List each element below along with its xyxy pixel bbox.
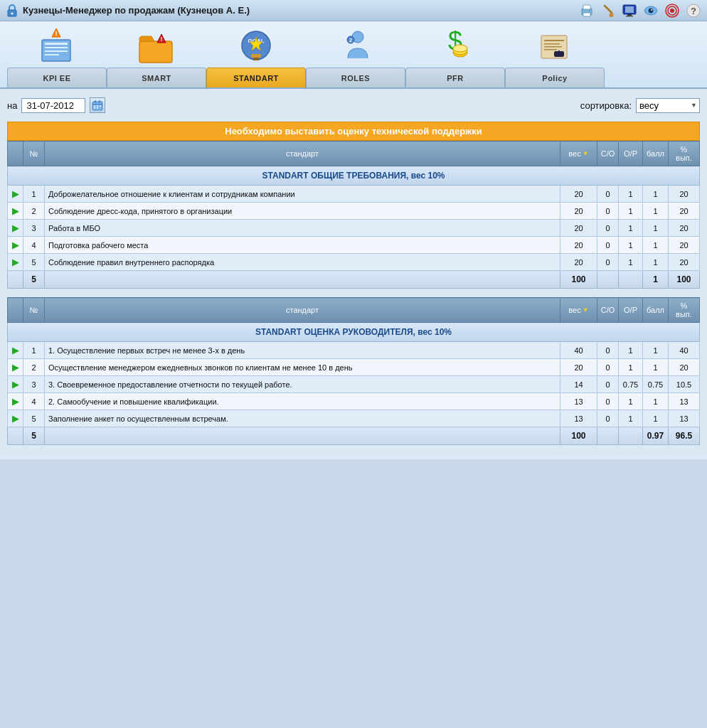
row3-ves: 20 <box>560 220 597 237</box>
t2-row3-no: 3 <box>23 376 45 393</box>
tab-smart[interactable]: SMART <box>107 68 206 87</box>
tab-kpi[interactable]: KPI ЕЕ <box>7 68 107 87</box>
svg-rect-22 <box>45 47 68 48</box>
sort-select[interactable]: весу номеру оценке <box>636 98 700 113</box>
play-btn-3[interactable]: ▶ <box>8 220 23 237</box>
row4-ves: 20 <box>560 237 597 254</box>
t2-row1-standart: 1. Осуществление первых встреч не менее … <box>45 342 560 359</box>
svg-rect-24 <box>45 54 59 55</box>
person2-icon: 2 <box>334 26 377 65</box>
th2-no: № <box>23 298 45 323</box>
svg-rect-50 <box>92 104 102 105</box>
t2-row2-orp: 1 <box>619 359 643 376</box>
th2-standart: стандарт <box>45 298 560 323</box>
nav-icons-row: ! ! GOAL <box>7 26 700 65</box>
t2-row2-no: 2 <box>23 359 45 376</box>
play-btn-5[interactable]: ▶ <box>8 254 23 271</box>
t2-row3-vyp: 10.5 <box>669 376 700 393</box>
t2-row1-no: 1 <box>23 342 45 359</box>
t2-play-btn-3[interactable]: ▶ <box>8 376 23 393</box>
ves-sort-icon: ▼ <box>583 150 589 157</box>
row5-orp: 1 <box>619 254 643 271</box>
play-btn-4[interactable]: ▶ <box>8 237 23 254</box>
summary1-empty <box>8 271 23 289</box>
svg-rect-44 <box>544 43 560 45</box>
summary2-vyp: 96.5 <box>669 427 700 445</box>
row4-co: 0 <box>597 237 619 254</box>
date-input[interactable] <box>21 98 85 113</box>
row5-ves: 20 <box>560 254 597 271</box>
nav-icon-pfr[interactable]: $ <box>405 26 505 65</box>
nav-icon-roles[interactable]: 2 <box>306 26 405 65</box>
summary2-count: 5 <box>23 427 45 445</box>
row4-no: 4 <box>23 237 45 254</box>
nav-icon-policy[interactable] <box>505 26 605 65</box>
play-btn-2[interactable]: ▶ <box>8 203 23 220</box>
eye-icon[interactable] <box>643 3 659 18</box>
t2-row2-ves: 20 <box>560 359 597 376</box>
t2-play-btn-1[interactable]: ▶ <box>8 342 23 359</box>
nav-icon-smart[interactable]: ! <box>107 26 206 65</box>
th2-ves[interactable]: вес ▼ <box>560 298 597 323</box>
svg-rect-45 <box>544 46 562 48</box>
row1-ball: 1 <box>643 186 669 203</box>
t2-row2-vyp: 20 <box>669 359 700 376</box>
t2-play-btn-4[interactable]: ▶ <box>8 393 23 410</box>
goal-star-icon: GOAL <box>235 26 277 65</box>
th2-orp: О/Р <box>619 298 643 323</box>
nav-icon-standart[interactable]: GOAL <box>206 26 306 65</box>
t2-row2-ball: 1 <box>643 359 669 376</box>
t2-play-btn-2[interactable]: ▶ <box>8 359 23 376</box>
nav-icon-kpi[interactable]: ! <box>7 26 107 65</box>
app-title: Кузнецы-Менеджер по продажам (Кузнецов А… <box>23 5 250 16</box>
row3-ball: 1 <box>643 220 669 237</box>
sort-select-wrapper: весу номеру оценке <box>636 98 700 113</box>
th2-co: С/О <box>597 298 619 323</box>
table-row: ▶ 5 Соблюдение правил внутреннего распор… <box>8 254 700 271</box>
t2-row2-co: 0 <box>597 359 619 376</box>
th1-ves[interactable]: вес ▼ <box>560 141 597 166</box>
brush-icon[interactable] <box>600 3 616 18</box>
row2-ves: 20 <box>560 203 597 220</box>
th1-orp: О/Р <box>619 141 643 166</box>
summary2-empty3 <box>597 427 619 445</box>
play-btn-1[interactable]: ▶ <box>8 186 23 203</box>
summary2-empty <box>8 427 23 445</box>
row5-ball: 1 <box>643 254 669 271</box>
calendar-button[interactable] <box>90 97 105 113</box>
svg-point-7 <box>610 13 614 17</box>
printer-icon[interactable] <box>579 3 595 18</box>
svg-rect-53 <box>94 106 95 107</box>
tab-pfr[interactable]: PFR <box>405 68 505 87</box>
svg-rect-52 <box>99 100 100 103</box>
table1: № стандарт вес ▼ С/О О <box>7 141 700 289</box>
row1-standart: Доброжелательное отношение к клиентам и … <box>45 186 560 203</box>
svg-rect-46 <box>544 49 557 50</box>
row3-standart: Работа в МБО <box>45 220 560 237</box>
date-label: на <box>7 100 17 111</box>
table2-header-row: № стандарт вес ▼ С/О О <box>8 298 700 323</box>
target-icon[interactable] <box>664 3 680 18</box>
tab-policy[interactable]: Policy <box>505 68 605 87</box>
warning-table-icon: ! <box>36 26 78 65</box>
row4-standart: Подготовка рабочего места <box>45 237 560 254</box>
help-icon[interactable]: ? <box>686 3 701 18</box>
row1-orp: 1 <box>619 186 643 203</box>
t2-row4-standart: 2. Самообучение и повышение квалификации… <box>45 393 560 410</box>
summary1-ball: 1 <box>643 271 669 289</box>
table-row: ▶ 2 Осуществление менеджером ежедневных … <box>8 359 700 376</box>
row3-co: 0 <box>597 220 619 237</box>
t2-row3-ball: 0.75 <box>643 376 669 393</box>
t2-play-btn-5[interactable]: ▶ <box>8 410 23 427</box>
summary1-empty4 <box>619 271 643 289</box>
monitor-icon[interactable] <box>622 3 637 18</box>
summary1-count: 5 <box>23 271 45 289</box>
t2-row4-ball: 1 <box>643 393 669 410</box>
main-content: на сортировка: весу <box>0 89 707 459</box>
table1-section-title: STANDART ОБЩИЕ ТРЕБОВАНИЯ, вес 10% <box>8 166 700 186</box>
nav-area: ! ! GOAL <box>0 21 707 89</box>
tab-roles[interactable]: ROLES <box>306 68 405 87</box>
tab-standart[interactable]: STANDART <box>206 68 306 87</box>
table-row: ▶ 4 2. Самообучение и повышение квалифик… <box>8 393 700 410</box>
table2-section-header: STANDART ОЦЕНКА РУКОВОДИТЕЛЯ, вес 10% <box>8 323 700 342</box>
